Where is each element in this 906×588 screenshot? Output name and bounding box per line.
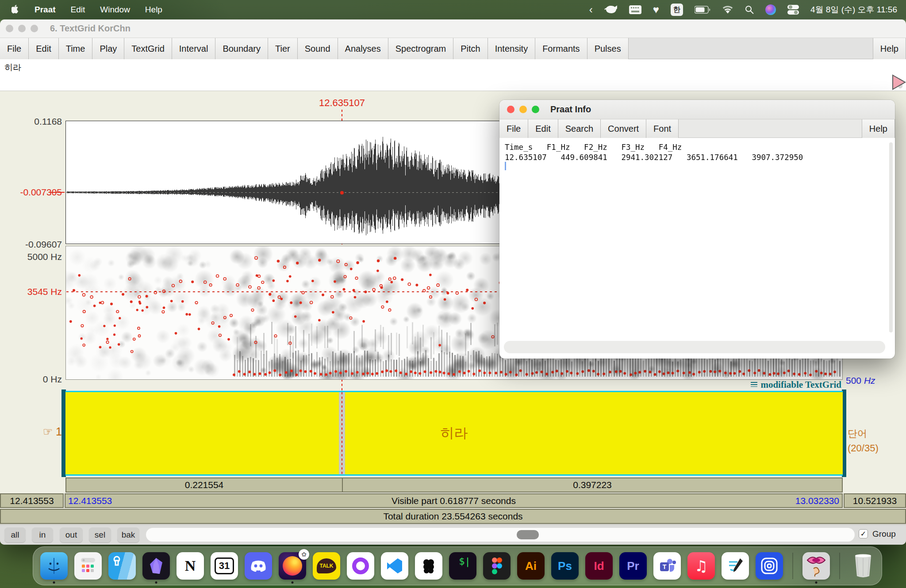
visible-part-bar[interactable]: 12.413553 Visible part 0.618777 seconds … — [65, 493, 843, 508]
dock-orion-browser-icon[interactable] — [347, 552, 374, 580]
info-vertical-scrollbar[interactable] — [889, 142, 893, 332]
menu-pulses[interactable]: Pulses — [587, 38, 629, 59]
dock-kakaotalk-icon[interactable]: TALK — [313, 552, 340, 580]
time-scrollbar-thumb[interactable] — [517, 530, 539, 539]
apple-logo-icon[interactable] — [12, 5, 19, 15]
menu-help[interactable]: Help — [873, 38, 906, 59]
dock-paste-app-icon[interactable] — [108, 552, 136, 580]
zoom-bak-button[interactable]: bak — [117, 527, 139, 542]
zoom-all-button[interactable]: all — [4, 527, 26, 542]
wifi-icon[interactable] — [722, 6, 733, 14]
window-end-outer[interactable]: 10.521933 — [844, 493, 906, 508]
korean-input-icon[interactable]: 한 — [671, 4, 683, 16]
window-title-bar[interactable]: 6. TextGrid KorChn — [0, 19, 906, 38]
dock-notion-icon[interactable]: N — [177, 552, 204, 580]
chevron-left-icon[interactable]: ‹ — [589, 4, 593, 16]
dock-terminal-icon[interactable]: $| — [449, 552, 476, 580]
info-horizontal-scrollbar[interactable] — [504, 341, 885, 353]
info-zoom-button[interactable] — [532, 106, 539, 113]
menu-play[interactable]: Play — [92, 38, 124, 59]
menubar-edit[interactable]: Edit — [71, 5, 85, 15]
play-arrow-icon[interactable] — [892, 74, 906, 90]
group-checkbox[interactable]: ✓ — [859, 529, 868, 538]
dock-notion-calendar-icon[interactable]: 31 — [211, 552, 238, 580]
dock-trash-icon[interactable] — [849, 552, 877, 580]
search-icon[interactable] — [745, 5, 754, 14]
dock-indesign-icon[interactable]: Id — [585, 552, 613, 580]
dock-apple-music-icon[interactable]: ♫ — [687, 552, 715, 580]
info-menu-file[interactable]: File — [499, 119, 528, 138]
menu-tier[interactable]: Tier — [268, 38, 298, 59]
menubar-app-name[interactable]: Praat — [35, 5, 56, 15]
dock-goodnotes-icon[interactable] — [722, 552, 749, 580]
minimize-button[interactable] — [18, 25, 26, 32]
time-scrollbar-track[interactable] — [146, 528, 855, 542]
dock-divider — [792, 553, 793, 579]
info-menu-convert[interactable]: Convert — [601, 119, 646, 138]
info-title-bar[interactable]: Praat Info — [499, 100, 895, 119]
selection-right-duration[interactable]: 0.397223 — [342, 477, 843, 493]
info-menu-search[interactable]: Search — [558, 119, 601, 138]
menu-interval[interactable]: Interval — [172, 38, 216, 59]
dock-firefox-icon[interactable]: ✿ — [279, 552, 306, 580]
total-duration-bar[interactable]: Total duration 23.554263 seconds — [0, 509, 906, 524]
menu-textgrid[interactable]: TextGrid — [124, 38, 172, 59]
interval-text-field[interactable]: 히라 — [0, 59, 906, 91]
menubar-clock[interactable]: 4월 8일 (수) 오후 11:56 — [810, 4, 897, 15]
close-button[interactable] — [6, 25, 13, 32]
textgrid-interval[interactable]: 히라 — [65, 391, 843, 476]
menu-spectrogram[interactable]: Spectrogram — [388, 38, 454, 59]
dock-illustrator-icon[interactable]: Ai — [517, 552, 545, 580]
modifiable-textgrid-label[interactable]: modifiable TextGrid — [531, 379, 841, 390]
info-minimize-button[interactable] — [519, 106, 527, 113]
menu-sound[interactable]: Sound — [298, 38, 338, 59]
heart-icon[interactable]: ♥ — [653, 4, 659, 16]
zoom-sel-button[interactable]: sel — [89, 527, 111, 542]
siri-icon[interactable] — [765, 4, 776, 15]
editor-menu-bar: File Edit Time Play TextGrid Interval Bo… — [0, 38, 906, 59]
info-menu-edit[interactable]: Edit — [528, 119, 558, 138]
menu-pitch[interactable]: Pitch — [453, 38, 488, 59]
praat-info-window[interactable]: Praat Info File Edit Search Convert Font… — [499, 100, 895, 359]
dock-black-shape-app-icon[interactable] — [415, 552, 442, 580]
formant-listing-text[interactable]: Time_s F1_Hz F2_Hz F3_Hz F4_Hz 12.635107… — [505, 142, 803, 163]
battery-icon[interactable] — [695, 6, 710, 14]
dock-discord-icon[interactable] — [245, 552, 272, 580]
menu-analyses[interactable]: Analyses — [338, 38, 388, 59]
visible-part-label: Visible part 0.618777 seconds — [392, 496, 516, 506]
dock-finder-icon[interactable] — [40, 552, 68, 580]
dock-teams-icon[interactable]: T — [653, 552, 681, 580]
dock-launcher-icon[interactable] — [74, 552, 102, 580]
running-indicator — [155, 581, 157, 584]
info-menu-help[interactable]: Help — [862, 119, 895, 138]
menu-edit[interactable]: Edit — [29, 38, 58, 59]
keyboard-icon[interactable] — [629, 5, 641, 14]
zoom-button[interactable] — [31, 25, 38, 32]
menu-intensity[interactable]: Intensity — [488, 38, 535, 59]
control-center-icon[interactable] — [787, 5, 799, 15]
wave-cursor-tick — [50, 192, 65, 193]
cat-status-icon[interactable] — [604, 5, 618, 14]
tier-number-label[interactable]: ☞ 1 — [18, 425, 62, 438]
info-window-title: Praat Info — [550, 104, 591, 115]
menu-time[interactable]: Time — [59, 38, 93, 59]
selection-left-duration[interactable]: 0.221554 — [65, 477, 343, 493]
menubar-window[interactable]: Window — [100, 5, 130, 15]
text-caret — [505, 162, 506, 170]
dock-obsidian-icon[interactable] — [142, 552, 170, 580]
menu-boundary[interactable]: Boundary — [215, 38, 268, 59]
dock-photoshop-icon[interactable]: Ps — [551, 552, 579, 580]
dock-blue-spiral-app-icon[interactable] — [756, 552, 783, 580]
zoom-out-button[interactable]: out — [60, 527, 83, 542]
menubar-help[interactable]: Help — [145, 5, 162, 15]
menu-file[interactable]: File — [0, 38, 29, 59]
window-start-outer[interactable]: 12.413553 — [0, 493, 64, 508]
zoom-in-button[interactable]: in — [32, 527, 53, 542]
info-close-button[interactable] — [507, 106, 514, 113]
menu-formants[interactable]: Formants — [535, 38, 587, 59]
dock-vscode-icon[interactable] — [381, 552, 408, 580]
dock-premiere-icon[interactable]: Pr — [619, 552, 647, 580]
dock-figma-icon[interactable] — [483, 552, 511, 580]
info-menu-font[interactable]: Font — [646, 119, 679, 138]
dock-praat-icon[interactable] — [802, 552, 830, 580]
